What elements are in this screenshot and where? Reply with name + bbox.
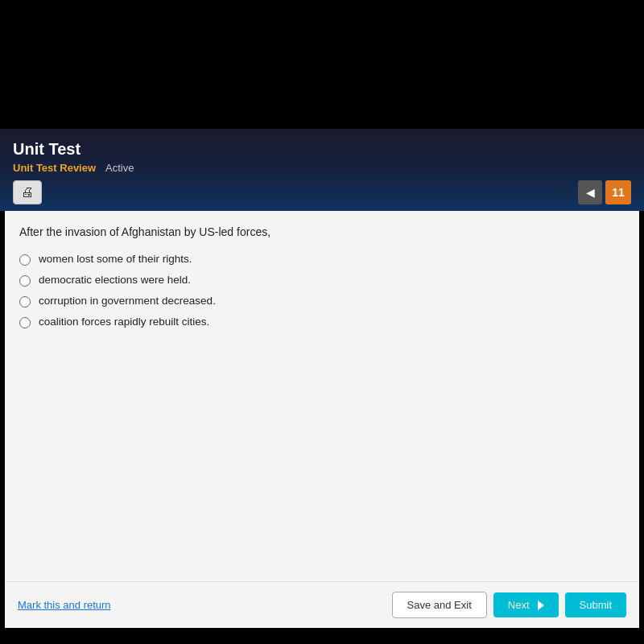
next-arrow-icon [538, 601, 544, 610]
options-list: women lost some of their rights. democra… [19, 253, 625, 328]
nav-prev-button[interactable]: ◀ [578, 180, 602, 204]
header-area: Unit Test Unit Test Review Active 🖨 ◀ 11 [0, 129, 644, 211]
top-black-bar [0, 0, 644, 129]
spacer [19, 328, 625, 554]
print-button[interactable]: 🖨 [13, 180, 42, 204]
list-item[interactable]: women lost some of their rights. [19, 253, 625, 266]
page-title: Unit Test [13, 140, 631, 159]
option-label-3: corruption in government decreased. [39, 295, 216, 307]
option-label-1: women lost some of their rights. [39, 253, 192, 265]
next-label: Next [508, 599, 530, 611]
list-item[interactable]: democratic elections were held. [19, 274, 625, 287]
next-button[interactable]: Next [493, 592, 559, 617]
question-text: After the invasion of Afghanistan by US-… [19, 225, 625, 238]
prev-icon: ◀ [586, 186, 595, 199]
save-exit-button[interactable]: Save and Exit [392, 592, 487, 618]
toolbar-row: 🖨 ◀ 11 [13, 180, 631, 211]
breadcrumb-link[interactable]: Unit Test Review [13, 162, 96, 174]
footer-right-buttons: Save and Exit Next Submit [392, 592, 626, 618]
mark-this-link[interactable]: Mark this and return [18, 599, 111, 611]
option-radio-3[interactable] [19, 296, 31, 308]
main-content: After the invasion of Afghanistan by US-… [5, 211, 639, 581]
option-radio-4[interactable] [19, 317, 31, 328]
breadcrumb-active: Active [105, 162, 134, 174]
bottom-black-bar [0, 628, 644, 644]
print-icon: 🖨 [21, 185, 34, 200]
footer-bar: Mark this and return Save and Exit Next … [5, 581, 639, 628]
option-label-4: coalition forces rapidly rebuilt cities. [39, 316, 209, 328]
list-item[interactable]: coalition forces rapidly rebuilt cities. [19, 316, 625, 328]
list-item[interactable]: corruption in government decreased. [19, 295, 625, 308]
option-radio-1[interactable] [19, 254, 31, 266]
nav-buttons: ◀ 11 [578, 180, 631, 204]
nav-number-button[interactable]: 11 [605, 180, 631, 204]
option-radio-2[interactable] [19, 275, 31, 287]
breadcrumb-row: Unit Test Review Active [13, 162, 631, 174]
submit-button[interactable]: Submit [565, 592, 626, 617]
nav-number: 11 [612, 186, 625, 199]
option-label-2: democratic elections were held. [39, 274, 191, 286]
